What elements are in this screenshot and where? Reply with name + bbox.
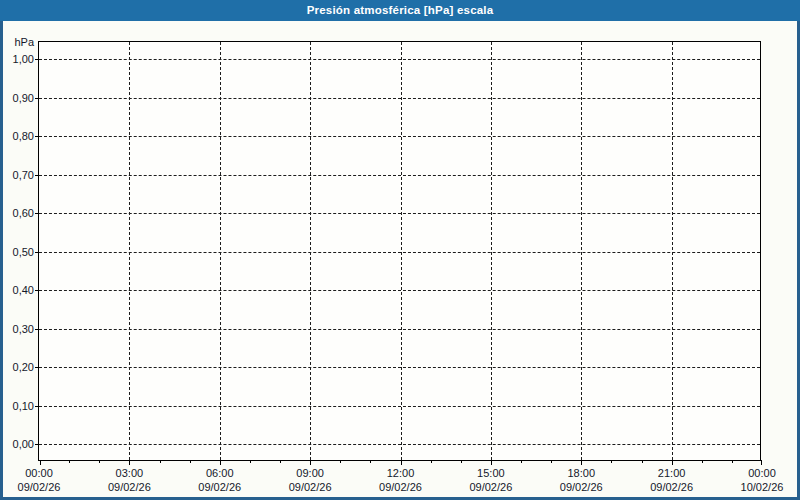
x-tick-label: 18:0009/02/26 — [536, 466, 626, 494]
y-tick-label: 0,90 — [13, 91, 34, 105]
gridline-horizontal — [39, 444, 760, 445]
y-tick-label: 0,20 — [13, 360, 34, 374]
x-axis-tick-minor — [431, 460, 432, 463]
chart-title: Presión atmosférica [hPa] escala — [307, 4, 494, 16]
x-axis-tick-major — [40, 460, 41, 465]
y-axis-tick — [35, 329, 39, 330]
x-tick-time: 03:00 — [116, 467, 144, 479]
y-axis-tick — [35, 406, 39, 407]
x-axis-tick-major — [581, 460, 582, 465]
gridline-vertical — [581, 42, 582, 460]
gridline-vertical — [672, 42, 673, 460]
window-title-bar: Presión atmosférica [hPa] escala — [0, 0, 800, 21]
x-axis-tick-major — [220, 460, 221, 465]
x-tick-date: 09/02/26 — [265, 480, 355, 494]
gridline-horizontal — [39, 213, 760, 214]
gridline-horizontal — [39, 406, 760, 407]
x-tick-time: 06:00 — [206, 467, 234, 479]
x-tick-date: 09/02/26 — [356, 480, 446, 494]
y-tick-label: 0,50 — [13, 245, 34, 259]
y-axis-tick — [35, 444, 39, 445]
y-axis-tick — [35, 175, 39, 176]
gridline-horizontal — [39, 59, 760, 60]
x-axis-tick-minor — [190, 460, 191, 463]
y-axis-tick — [35, 252, 39, 253]
x-axis-tick-major — [672, 460, 673, 465]
y-tick-label: 0,40 — [13, 283, 34, 297]
x-tick-time: 15:00 — [477, 467, 505, 479]
gridline-horizontal — [39, 329, 760, 330]
x-tick-date: 09/02/26 — [446, 480, 536, 494]
x-axis-tick-major — [761, 460, 762, 465]
x-axis-tick-major — [491, 460, 492, 465]
x-tick-time: 00:00 — [748, 467, 776, 479]
x-tick-time: 12:00 — [387, 467, 415, 479]
x-axis-tick-minor — [69, 460, 70, 463]
x-tick-label: 06:0009/02/26 — [175, 466, 265, 494]
x-tick-label: 00:0010/02/26 — [717, 466, 800, 494]
y-axis-tick — [35, 59, 39, 60]
x-axis-tick-minor — [160, 460, 161, 463]
x-tick-date: 09/02/26 — [627, 480, 717, 494]
x-tick-label: 09:0009/02/26 — [265, 466, 355, 494]
x-tick-date: 10/02/26 — [717, 480, 800, 494]
y-tick-label: 0,30 — [13, 322, 34, 336]
gridline-horizontal — [39, 136, 760, 137]
x-tick-date: 09/02/26 — [536, 480, 626, 494]
x-axis-tick-minor — [551, 460, 552, 463]
x-tick-label: 15:0009/02/26 — [446, 466, 536, 494]
y-tick-label: 0,00 — [13, 437, 34, 451]
x-tick-time: 09:00 — [296, 467, 324, 479]
y-axis-tick — [35, 98, 39, 99]
x-axis-tick-minor — [370, 460, 371, 463]
gridline-horizontal — [39, 252, 760, 253]
gridline-vertical — [491, 42, 492, 460]
gridline-horizontal — [39, 367, 760, 368]
x-axis-tick-minor — [732, 460, 733, 463]
x-axis-tick-major — [310, 460, 311, 465]
y-axis-tick — [35, 290, 39, 291]
x-tick-date: 09/02/26 — [0, 480, 84, 494]
gridline-vertical — [401, 42, 402, 460]
x-tick-date: 09/02/26 — [175, 480, 265, 494]
x-axis-tick-minor — [280, 460, 281, 463]
y-axis-tick — [35, 213, 39, 214]
x-axis-tick-major — [129, 460, 130, 465]
x-tick-date: 09/02/26 — [84, 480, 174, 494]
x-axis-tick-minor — [461, 460, 462, 463]
gridline-horizontal — [39, 290, 760, 291]
gridline-vertical — [310, 42, 311, 460]
gridline-horizontal — [39, 98, 760, 99]
x-tick-label: 03:0009/02/26 — [84, 466, 174, 494]
plot-area: hPa 1,000,900,800,700,600,500,400,300,20… — [38, 41, 761, 461]
y-tick-label: 0,80 — [13, 129, 34, 143]
window-frame-left — [0, 21, 3, 500]
chart-window: Presión atmosférica [hPa] escala hPa 1,0… — [0, 0, 800, 500]
x-tick-label: 12:0009/02/26 — [356, 466, 446, 494]
x-tick-time: 18:00 — [567, 467, 595, 479]
y-axis-tick — [35, 367, 39, 368]
y-tick-label: 0,10 — [13, 399, 34, 413]
x-axis-tick-major — [401, 460, 402, 465]
x-tick-time: 00:00 — [25, 467, 53, 479]
x-tick-time: 21:00 — [658, 467, 686, 479]
x-axis-tick-minor — [340, 460, 341, 463]
gridline-horizontal — [39, 175, 760, 176]
y-tick-label: 0,70 — [13, 168, 34, 182]
x-tick-label: 00:0009/02/26 — [0, 466, 84, 494]
y-axis-unit-label: hPa — [14, 35, 34, 49]
x-axis-tick-minor — [521, 460, 522, 463]
gridline-vertical — [220, 42, 221, 460]
x-axis-tick-minor — [611, 460, 612, 463]
y-tick-label: 0,60 — [13, 206, 34, 220]
x-axis-tick-minor — [642, 460, 643, 463]
x-axis-tick-minor — [250, 460, 251, 463]
x-axis-tick-minor — [702, 460, 703, 463]
y-axis-tick — [35, 136, 39, 137]
x-axis-tick-minor — [99, 460, 100, 463]
y-tick-label: 1,00 — [13, 52, 34, 66]
x-tick-label: 21:0009/02/26 — [627, 466, 717, 494]
gridline-vertical — [129, 42, 130, 460]
